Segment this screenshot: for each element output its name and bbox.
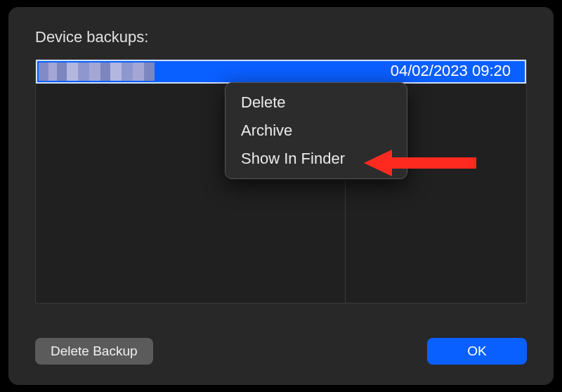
backup-date: 04/02/2023 09:20 — [391, 62, 511, 80]
backup-row-selected[interactable]: 04/02/2023 09:20 — [36, 60, 526, 84]
dialog-title: Device backups: — [35, 28, 527, 46]
menu-item-archive[interactable]: Archive — [226, 117, 407, 145]
backup-name-redacted — [39, 63, 155, 81]
menu-item-show-in-finder[interactable]: Show In Finder — [226, 145, 407, 173]
menu-item-delete[interactable]: Delete — [226, 89, 407, 117]
dialog-footer: Delete Backup OK — [35, 337, 527, 365]
device-backups-dialog: Device backups: 04/02/2023 09:20 Delete … — [8, 7, 554, 385]
delete-backup-button[interactable]: Delete Backup — [35, 338, 153, 365]
context-menu: Delete Archive Show In Finder — [225, 82, 407, 179]
ok-button[interactable]: OK — [427, 338, 527, 365]
